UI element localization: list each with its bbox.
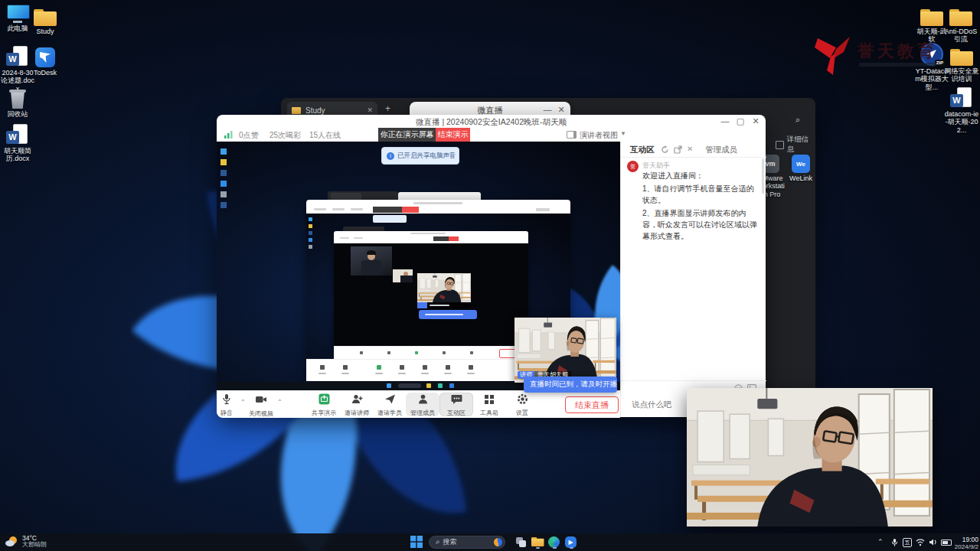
tray-battery-icon[interactable]: [941, 540, 952, 546]
explorer-search-icon[interactable]: ⌕: [795, 115, 800, 125]
mic-icon: [221, 393, 232, 405]
start-button[interactable]: [410, 536, 423, 549]
toolbar-mute[interactable]: 静音: [210, 393, 243, 416]
info-icon: i: [387, 152, 394, 160]
tray-chevron-icon[interactable]: ⌃: [877, 538, 884, 546]
folder-icon: [944, 43, 979, 66]
yutian-logo-text: 誉天教育: [858, 40, 937, 63]
panel-scrollbar[interactable]: [762, 158, 764, 194]
desktop-icon-antiddos-folder[interactable]: Anti-DDoS引流: [943, 3, 978, 44]
live-app-button[interactable]: ▶: [565, 536, 578, 549]
desktop-icon-welink[interactable]: We WeLink: [786, 150, 816, 182]
popout-link-icon[interactable]: [674, 145, 682, 154]
toolbar-share[interactable]: 共享演示: [307, 393, 341, 416]
assistant-avatar: 誉: [627, 161, 639, 172]
tab-close-icon[interactable]: ✕: [367, 106, 373, 114]
live-maximize-button[interactable]: ▢: [734, 115, 746, 128]
todesk-icon: [28, 44, 63, 67]
tray-volume-icon[interactable]: [929, 538, 938, 546]
paper-plane-icon: [384, 393, 396, 405]
tray-wifi-icon[interactable]: [916, 538, 925, 546]
details-icon: [776, 141, 784, 149]
members-icon: [417, 393, 429, 405]
nested-tooltip: [419, 310, 477, 319]
interaction-panel: 互动区 ✕ 管理成员 誉 誉天助手 欢迎进入直播间： 1、请自行调节手机音量至合…: [620, 142, 766, 417]
welcome-line: 欢迎进入直播间：: [642, 170, 759, 181]
toolbar-toolbox[interactable]: 工具箱: [472, 393, 506, 416]
recycle-bin-icon: [0, 86, 35, 109]
nested-stop-share: [402, 207, 419, 213]
toolbar-interaction[interactable]: 互动区: [439, 393, 473, 416]
edge-button[interactable]: [548, 536, 561, 549]
panel-header: 互动区 ✕ 管理成员: [621, 142, 766, 158]
nested2-toast: [373, 215, 407, 223]
panel-close-icon[interactable]: ✕: [687, 145, 693, 153]
toolbar-camera[interactable]: 关闭视频: [244, 393, 278, 416]
nested-floating-cam: [417, 273, 471, 308]
nested3-toolbar: [334, 346, 528, 359]
yutian-ribbon-icon: [810, 32, 858, 78]
stop-share-button[interactable]: 结束演示: [436, 128, 470, 142]
yutian-logo-subline: [859, 63, 936, 67]
gear-icon: [517, 393, 528, 405]
toolbar-invite-student[interactable]: 邀请学员: [373, 393, 407, 416]
video-camera-icon: [255, 394, 267, 406]
chevron-down-icon[interactable]: ▼: [620, 130, 626, 137]
windows-icon: [410, 536, 423, 548]
tab-members[interactable]: 管理成员: [705, 145, 737, 155]
presenting-badge: 你正在演示屏幕: [378, 128, 436, 142]
webcam-overlay[interactable]: [687, 388, 933, 527]
toolbar-members[interactable]: 管理成员: [406, 393, 439, 416]
stat-cheers: 25次喝彩: [270, 130, 301, 141]
desktop-icon-study-folder[interactable]: Study: [28, 3, 63, 35]
word-icon: W: [0, 122, 35, 145]
desktop-icon-todesk[interactable]: ToDesk: [28, 44, 63, 77]
task-view-button[interactable]: [514, 536, 528, 549]
folder-icon: [28, 3, 63, 26]
new-tab-button[interactable]: +: [385, 103, 390, 114]
stat-online: 15人在线: [309, 130, 341, 141]
search-placeholder: 搜索: [443, 537, 494, 547]
camera-chevron-icon[interactable]: ⌃: [277, 399, 283, 406]
toolbar-settings[interactable]: 设置: [505, 393, 539, 416]
search-box[interactable]: ⌕ 搜索: [429, 536, 505, 549]
desktop-icon-recycle-bin[interactable]: 回收站: [0, 86, 35, 118]
view-mode-selector[interactable]: 演讲者视图: [580, 130, 618, 141]
nested-desktop-icons: [220, 148, 227, 208]
refresh-icon[interactable]: [661, 145, 669, 154]
start-live-tooltip[interactable]: 直播时间已到，请及时开播: [524, 377, 617, 393]
welink-icon: We: [786, 150, 816, 173]
toolbar-invite-speaker[interactable]: 邀请讲师: [340, 393, 374, 416]
bing-icon: [494, 538, 502, 546]
presenter-camera-preview[interactable]: 讲师 誉天胡天顺: [514, 318, 616, 383]
live-close-button[interactable]: ✕: [750, 115, 762, 128]
stat-likes: 0点赞: [239, 130, 259, 141]
signal-icon: [224, 131, 234, 139]
nested2-desktop-icons: [309, 217, 312, 249]
weather-icon: [5, 535, 18, 549]
end-live-button[interactable]: 结束直播: [565, 396, 619, 413]
nested3-stop-share: [449, 236, 459, 241]
tray-mic-icon[interactable]: [890, 538, 899, 547]
word-icon: W: [944, 86, 979, 109]
yutian-logo: 誉天教育: [810, 32, 940, 78]
chat-bubble-icon: [451, 393, 462, 405]
share-screen-icon: [318, 393, 330, 405]
tray-ime-icon[interactable]: 五: [903, 538, 912, 547]
desktop-icon-security-training-folder[interactable]: 网络安全意识培训: [944, 43, 979, 83]
folder-icon: [943, 3, 978, 26]
live-minimize-button[interactable]: —: [719, 115, 731, 128]
desktop-icon-resume-doc[interactable]: W 胡天顺简历.docx: [0, 122, 35, 163]
clock[interactable]: 19:00 2024/9/2: [952, 536, 978, 551]
clock-date: 2024/9/2: [952, 543, 978, 551]
tab-interaction[interactable]: 互动区: [630, 145, 655, 155]
desktop-icon-datacom-doc[interactable]: W datacom-ie-胡天顺-202...: [944, 86, 979, 134]
welcome-line: 1、请自行调节手机音量至合适的状态。: [642, 183, 759, 206]
folder-icon: [292, 107, 301, 114]
search-icon: ⌕: [436, 537, 440, 546]
nested-presenting-badge: [373, 207, 402, 213]
webcam-scene: [687, 388, 933, 527]
weather-widget[interactable]: 34°C 大部晴朗: [5, 535, 47, 549]
taskbar: 34°C 大部晴朗 ⌕ 搜索 ▶ ⌃ 五: [0, 533, 980, 551]
file-explorer-button[interactable]: [531, 536, 544, 549]
